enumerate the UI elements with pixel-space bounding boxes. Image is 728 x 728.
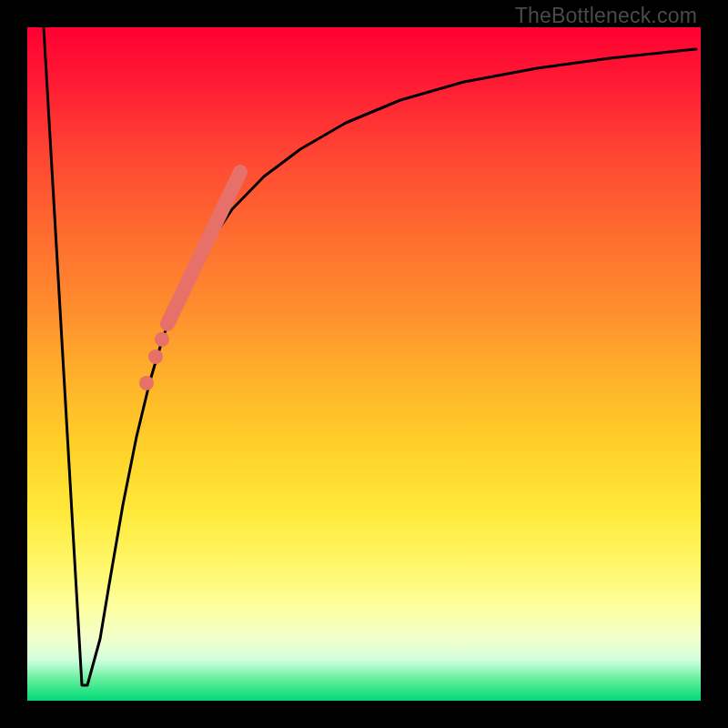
plot-area [27, 27, 701, 701]
salmon-dot-1 [155, 332, 169, 347]
watermark-text: TheBottleneck.com [515, 4, 697, 28]
salmon-band [167, 172, 240, 324]
salmon-dot-2 [148, 349, 163, 364]
chart-frame: TheBottleneck.com [0, 0, 728, 728]
salmon-dot-3 [139, 376, 154, 390]
chart-svg [27, 27, 701, 701]
bottleneck-curve [44, 27, 696, 685]
